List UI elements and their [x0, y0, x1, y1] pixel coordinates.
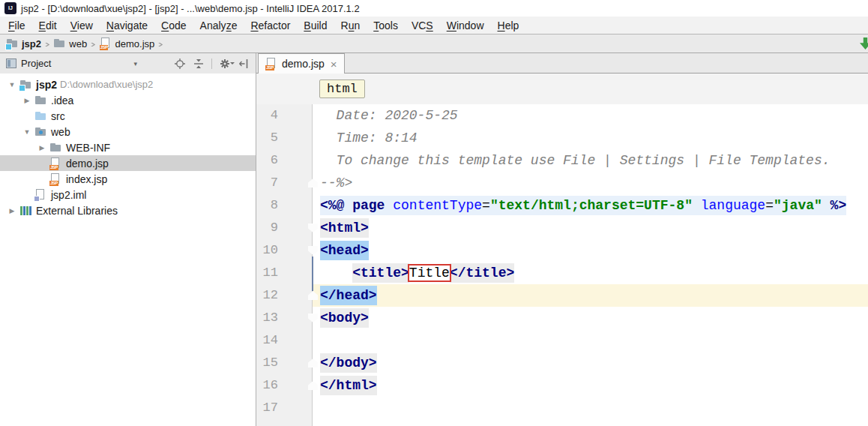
tree-item-jsp2[interactable]: ▼jsp2D:\download\xue\jsp2: [0, 76, 256, 92]
menu-item-edit[interactable]: Edit: [32, 19, 64, 32]
code-line-5[interactable]: 5 Time: 8:14: [256, 127, 868, 149]
code-text: </html>: [313, 374, 868, 397]
settings-gear-icon[interactable]: [219, 58, 231, 70]
code-line-7[interactable]: 7--%>: [256, 172, 868, 194]
menu-item-run[interactable]: Run: [334, 19, 367, 32]
tree-item-label: jsp2: [36, 79, 57, 91]
window-title: jsp2 - [D:\download\xue\jsp2] - [jsp2] -…: [21, 3, 360, 14]
code-token: "text/html;charset=UTF-8": [490, 198, 693, 213]
code-token: <head>: [320, 241, 369, 260]
chevron-right-icon: ›: [91, 38, 96, 50]
tree-item-src[interactable]: src: [0, 108, 256, 124]
gutter[interactable]: 15: [256, 352, 313, 374]
nav-item-jsp2[interactable]: jsp2: [6, 38, 41, 50]
hide-panel-icon[interactable]: [238, 58, 250, 70]
nav-item-web[interactable]: web: [53, 38, 87, 50]
code-line-10[interactable]: 10<head>: [256, 239, 868, 262]
code-token: =: [482, 198, 490, 213]
triangle-right-icon: ▶: [19, 97, 34, 104]
nav-item-label: jsp2: [22, 38, 41, 50]
nav-item-label: demo.jsp: [115, 38, 155, 50]
green-arrow-icon[interactable]: [860, 38, 868, 50]
tree-item-index-jsp[interactable]: JSPindex.jsp: [0, 171, 256, 187]
menu-item-view[interactable]: View: [64, 19, 100, 32]
gutter[interactable]: 10: [256, 239, 313, 262]
menu-item-vcs[interactable]: VCS: [405, 19, 440, 32]
chevron-right-icon: ›: [158, 38, 163, 50]
collapse-all-icon[interactable]: [193, 58, 205, 70]
chevron-down-icon[interactable]: [133, 60, 137, 68]
gutter[interactable]: 6: [256, 149, 313, 172]
code-line-15[interactable]: 15</body>: [256, 352, 868, 374]
tree-item-demo-jsp[interactable]: JSPdemo.jsp: [0, 155, 256, 171]
folder-icon: [34, 94, 47, 106]
gutter[interactable]: 17: [256, 397, 313, 419]
gutter[interactable]: 11: [256, 262, 313, 284]
menu-item-tools[interactable]: Tools: [367, 19, 405, 32]
menu-item-code[interactable]: Code: [154, 19, 193, 32]
gutter[interactable]: 12: [256, 284, 313, 307]
gutter[interactable]: 4: [256, 104, 313, 127]
triangle-down-icon: ▼: [19, 128, 34, 136]
folder-web-icon: [34, 126, 47, 138]
tree-item--idea[interactable]: ▶.idea: [0, 92, 256, 108]
tree-item-web[interactable]: ▼web: [0, 124, 256, 140]
line-number: 7: [271, 176, 278, 190]
code-line-12[interactable]: 12</head>: [256, 284, 868, 307]
breadcrumb-html[interactable]: html: [319, 80, 365, 98]
editor: JSPdemo.jsp× html 4 Date: 2020-5-255 Tim…: [256, 53, 868, 426]
code-text: --%>: [313, 172, 868, 194]
code-token: </head>: [320, 286, 377, 305]
code-line-17[interactable]: 17: [256, 397, 868, 419]
tab-demo-jsp[interactable]: JSPdemo.jsp×: [258, 53, 345, 74]
line-number: 6: [271, 153, 278, 167]
code-line-8[interactable]: 8<%@ page contentType="text/html;charset…: [256, 194, 868, 217]
code-token: language: [701, 198, 765, 213]
gutter[interactable]: 13: [256, 307, 313, 329]
code-editor[interactable]: 4 Date: 2020-5-255 Time: 8:146 To change…: [256, 104, 868, 426]
gutter[interactable]: 7: [256, 172, 313, 194]
code-text: </head>: [313, 284, 868, 307]
code-token: To change this template use File | Setti…: [320, 153, 831, 168]
tree-item-label: index.jsp: [66, 173, 107, 185]
error-box: Title: [409, 266, 450, 280]
folder-icon: [53, 38, 66, 50]
menu-item-navigate[interactable]: Navigate: [100, 19, 154, 32]
gutter[interactable]: 14: [256, 329, 313, 352]
title-bar: IJ jsp2 - [D:\download\xue\jsp2] - [jsp2…: [0, 0, 868, 16]
code-line-4[interactable]: 4 Date: 2020-5-25: [256, 104, 868, 127]
folder-src-icon: [34, 110, 47, 122]
tree-item-external-libraries[interactable]: ▶External Libraries: [0, 202, 256, 218]
close-icon[interactable]: ×: [331, 58, 337, 70]
code-line-13[interactable]: 13<body>: [256, 307, 868, 329]
code-line-16[interactable]: 16</html>: [256, 374, 868, 397]
gutter[interactable]: 16: [256, 374, 313, 397]
tree-item-label: WEB-INF: [66, 142, 110, 154]
gutter[interactable]: 5: [256, 127, 313, 149]
code-text: <%@ page contentType="text/html;charset=…: [313, 194, 868, 217]
code-line-9[interactable]: 9<html>: [256, 217, 868, 239]
code-token: =: [765, 198, 774, 213]
main-split: Project ▼jsp2D:\download\xue\jsp2: [0, 53, 868, 426]
tree-item-jsp2-iml[interactable]: jsp2.iml: [0, 187, 256, 202]
gutter[interactable]: 8: [256, 194, 313, 217]
gutter[interactable]: 9: [256, 217, 313, 239]
locate-icon[interactable]: [174, 58, 186, 70]
menu-item-build[interactable]: Build: [297, 19, 334, 32]
code-line-6[interactable]: 6 To change this template use File | Set…: [256, 149, 868, 172]
code-line-11[interactable]: 11 <title>Title</title>: [256, 262, 868, 284]
menu-item-analyze[interactable]: Analyze: [193, 19, 244, 32]
code-text: <html>: [313, 217, 868, 239]
code-line-14[interactable]: 14: [256, 329, 868, 352]
tree-item-label: demo.jsp: [66, 158, 109, 170]
menu-item-file[interactable]: File: [1, 19, 32, 32]
menu-item-help[interactable]: Help: [491, 19, 526, 32]
nav-item-demo-jsp[interactable]: JSPdemo.jsp: [100, 38, 155, 50]
code-token: <title>: [352, 263, 409, 283]
jsp-file-icon: JSP: [49, 173, 62, 185]
tree-item-web-inf[interactable]: ▶WEB-INF: [0, 140, 256, 155]
menu-item-window[interactable]: Window: [440, 19, 491, 32]
project-tree: ▼jsp2D:\download\xue\jsp2▶.ideasrc▼web▶W…: [0, 74, 256, 426]
menu-item-refactor[interactable]: Refactor: [244, 19, 297, 32]
tree-item-label: jsp2.iml: [51, 189, 86, 201]
